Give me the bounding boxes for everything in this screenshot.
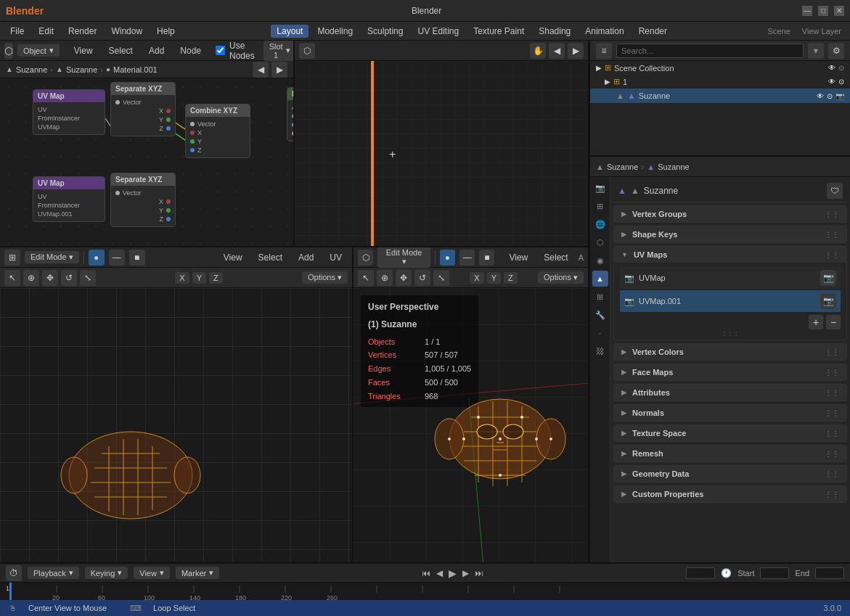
shape-keys-header[interactable]: ▶ Shape Keys ⋮⋮ (614, 226, 846, 242)
suz-sel-btn[interactable]: ⊙ (827, 92, 833, 100)
vp-view-menu[interactable]: View (503, 251, 534, 264)
node-sep-xyz-1[interactable]: Separate XYZ Vector X Y Z (110, 82, 176, 136)
uv-remove-btn[interactable]: − (826, 315, 841, 329)
marker-dropdown[interactable]: Marker ▾ (176, 567, 219, 579)
texture-space-header[interactable]: ▶ Texture Space ⋮⋮ (614, 425, 846, 441)
outliner-item-scene[interactable]: ▶ ⊞ Scene Collection 👁 ⊙ (590, 61, 850, 75)
uv-x-axis[interactable]: X (175, 272, 189, 284)
uv-mode-dropdown[interactable]: Edit Mode ▾ (25, 251, 79, 263)
prev-frame-btn[interactable]: ◀ (436, 568, 443, 578)
scene-visibility-btn[interactable]: 👁 (828, 64, 835, 72)
uv-face-mode[interactable]: ■ (129, 250, 145, 266)
remesh-header[interactable]: ▶ Remesh ⋮⋮ (614, 445, 846, 461)
vertex-colors-header[interactable]: ▶ Vertex Colors ⋮⋮ (614, 344, 846, 360)
prop-icon-particles[interactable]: · (592, 325, 608, 341)
mode-dropdown[interactable]: Object ▾ (17, 44, 60, 57)
node-view-menu[interactable]: View (68, 44, 99, 57)
prop-breadcrumb-item1[interactable]: Suzanne (607, 163, 638, 171)
attributes-header[interactable]: ▶ Attributes ⋮⋮ (614, 385, 846, 401)
uv-tool-select[interactable]: ↖ (4, 270, 20, 286)
vp-tool-move[interactable]: ✥ (396, 270, 412, 286)
uvmap-item-1[interactable]: 📷 UVMap 📷 (620, 267, 841, 289)
animation-tab[interactable]: Animation (579, 25, 629, 38)
suz-vis-btn[interactable]: 👁 (817, 92, 824, 100)
editor-type-btn[interactable]: ⬡ (4, 43, 13, 59)
vp-tool-select[interactable]: ↖ (358, 270, 374, 286)
texture-space-menu[interactable]: ⋮⋮ (825, 430, 839, 438)
timeline-view-dropdown[interactable]: View ▾ (134, 567, 170, 579)
prop-icon-constraints[interactable]: ⛓ (592, 343, 608, 359)
node-material-output[interactable]: Material Output All Surface Volume Displ… (287, 87, 293, 141)
vp-select-menu[interactable]: Select (538, 251, 573, 264)
vertex-groups-header[interactable]: ▶ Vertex Groups ⋮⋮ (614, 206, 846, 222)
normals-menu[interactable]: ⋮⋮ (825, 409, 839, 417)
shape-keys-menu[interactable]: ⋮⋮ (825, 231, 839, 239)
normals-header[interactable]: ▶ Normals ⋮⋮ (614, 405, 846, 421)
geometry-data-header[interactable]: ▶ Geometry Data ⋮⋮ (614, 466, 846, 482)
prop-icon-object[interactable]: ▲ (592, 271, 608, 287)
preview-type-btn[interactable]: ⬡ (299, 43, 315, 59)
outliner-type-btn[interactable]: ≡ (596, 43, 612, 59)
uv-view-menu[interactable]: View (218, 251, 248, 264)
prop-icon-mesh[interactable]: ⊞ (592, 289, 608, 305)
col1-vis-btn[interactable]: 👁 (828, 78, 835, 86)
node-add-menu[interactable]: Add (143, 44, 170, 57)
node-collapse-btn[interactable]: ◀ (253, 62, 269, 78)
close-button[interactable]: ✕ (834, 6, 844, 16)
uvmap2-camera-btn[interactable]: 📷 (820, 293, 836, 309)
playback-dropdown[interactable]: Playback ▾ (28, 567, 79, 579)
uv-vert-mode[interactable]: ● (89, 250, 105, 266)
outliner-settings-btn[interactable]: ⚙ (828, 43, 844, 59)
uv-edge-mode[interactable]: — (109, 250, 125, 266)
sculpting-tab[interactable]: Sculpting (361, 25, 409, 38)
attributes-menu[interactable]: ⋮⋮ (825, 389, 839, 397)
uv-maps-menu[interactable]: ⋮⋮ (825, 251, 839, 259)
node-sep-xyz-2[interactable]: Separate XYZ Vector X Y Z (110, 173, 176, 227)
preview-hand-tool[interactable]: ✋ (530, 43, 546, 59)
geometry-data-menu[interactable]: ⋮⋮ (825, 470, 839, 478)
timeline-ruler[interactable]: 20 60 100 140 180 220 260 1 (0, 583, 850, 600)
vp-z-axis[interactable]: Z (504, 272, 518, 284)
uv-editing-tab[interactable]: UV Editing (412, 25, 465, 38)
outliner-filter-btn[interactable]: ▼ (808, 43, 824, 59)
prop-icon-world[interactable]: ◉ (592, 252, 608, 268)
uv-options-dropdown[interactable]: Options ▾ (302, 271, 348, 284)
uv-z-axis[interactable]: Z (209, 272, 223, 284)
menu-edit[interactable]: Edit (33, 25, 60, 38)
menu-file[interactable]: File (4, 25, 30, 38)
vp-face-mode[interactable]: ■ (479, 250, 494, 266)
prop-icon-view[interactable]: 🌐 (592, 216, 608, 232)
node-combine-xyz[interactable]: Combine XYZ Vector X Y Z (185, 104, 250, 158)
texture-paint-tab[interactable]: Texture Paint (467, 25, 530, 38)
menu-render[interactable]: Render (62, 25, 102, 38)
col1-select-btn[interactable]: ⊙ (838, 78, 844, 86)
prop-icon-modifier[interactable]: 🔧 (592, 307, 608, 323)
suz-render-btn[interactable]: 📷 (835, 92, 844, 100)
uv-tool-rotate[interactable]: ↺ (61, 270, 77, 286)
start-frame-input[interactable]: 1 (760, 567, 789, 579)
uv-add-menu[interactable]: Add (293, 251, 319, 264)
shading-tab[interactable]: Shading (533, 25, 576, 38)
minimize-button[interactable]: — (802, 6, 812, 16)
uv-tool-scale[interactable]: ⤡ (80, 270, 96, 286)
remesh-menu[interactable]: ⋮⋮ (825, 450, 839, 458)
vp-type-btn[interactable]: ⬡ (358, 250, 373, 266)
breadcrumb-item-2[interactable]: Suzanne (66, 65, 97, 74)
uvmap-item-2[interactable]: 📷 UVMap.001 📷 (620, 290, 841, 312)
menu-help[interactable]: Help (151, 25, 181, 38)
outliner-item-suzanne[interactable]: ▲ ▲ Suzanne 👁 ⊙ 📷 (590, 89, 850, 103)
uv-add-btn[interactable]: + (809, 315, 823, 329)
current-frame-input[interactable]: 1 (686, 567, 715, 579)
vertex-groups-menu[interactable]: ⋮⋮ (825, 210, 839, 218)
face-maps-menu[interactable]: ⋮⋮ (825, 369, 839, 377)
node-uvmap-1[interactable]: UV Map UV FromInstancer UVMap (33, 89, 105, 135)
vp-tool-scale[interactable]: ⤡ (433, 270, 449, 286)
uv-y-axis[interactable]: Y (192, 272, 206, 284)
prev-keyframe-btn[interactable]: ⏮ (422, 568, 430, 578)
outliner-search[interactable] (616, 44, 804, 58)
end-frame-input[interactable]: 250 (815, 567, 844, 579)
vp-vert-mode[interactable]: ● (440, 250, 455, 266)
vertex-colors-menu[interactable]: ⋮⋮ (825, 348, 839, 356)
uv-tool-cursor[interactable]: ⊕ (23, 270, 39, 286)
breadcrumb-item-3[interactable]: Material.001 (113, 65, 158, 74)
